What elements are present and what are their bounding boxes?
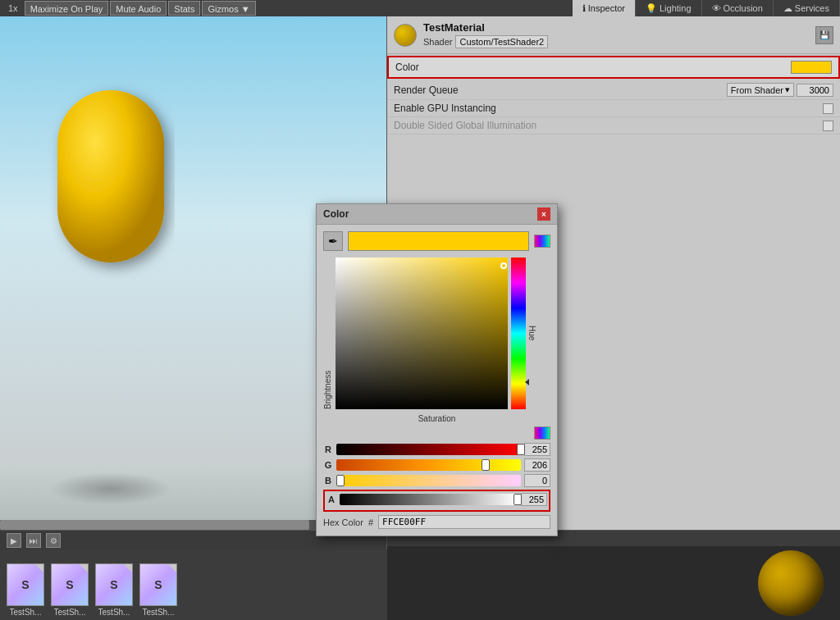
asset-icon-label: S — [66, 578, 73, 591]
preview-sphere — [758, 550, 824, 616]
scene-object-capsule — [33, 57, 197, 287]
a-channel-row: A — [326, 493, 547, 506]
shader-value[interactable]: Custom/TestShader2 — [455, 35, 548, 48]
dropdown-arrow-icon: ▾ — [785, 84, 790, 95]
material-header: TestMaterial Shader Custom/TestShader2 💾 — [387, 16, 840, 54]
hex-row: Hex Color # — [323, 515, 550, 529]
list-item[interactable]: S TestSh... — [139, 563, 177, 617]
a-label: A — [326, 495, 336, 504]
hex-hash: # — [368, 517, 373, 527]
asset-icon-label: S — [110, 578, 117, 591]
material-info: TestMaterial Shader Custom/TestShader2 — [423, 21, 809, 48]
b-track — [336, 475, 521, 486]
a-value-input[interactable] — [521, 493, 547, 506]
maximize-on-play-button[interactable]: Maximize On Play — [25, 1, 109, 16]
color-preview-row: ✒ — [323, 231, 550, 251]
tab-occlusion[interactable]: 👁 Occlusion — [702, 0, 774, 16]
picker-cursor — [500, 262, 507, 269]
hue-label: Hue — [527, 258, 536, 409]
asset-name: TestSh... — [98, 608, 130, 617]
list-item[interactable]: S TestSh... — [95, 563, 133, 617]
color-swatch[interactable] — [791, 61, 832, 74]
asset-name: TestSh... — [54, 608, 86, 617]
zoom-level: 1x — [3, 3, 23, 13]
list-item[interactable]: S TestSh... — [51, 563, 89, 617]
inspector-icon: ℹ — [582, 3, 586, 14]
gizmos-button[interactable]: Gizmos ▼ — [202, 1, 255, 16]
hue-arrow-indicator — [525, 379, 529, 385]
tab-lighting[interactable]: 💡 Lighting — [636, 0, 702, 16]
r-value-input[interactable] — [524, 443, 550, 456]
play-button[interactable]: ▶ — [7, 533, 21, 548]
material-name: TestMaterial — [423, 21, 809, 34]
render-queue-row: Render Queue From Shader ▾ 3000 — [387, 80, 840, 100]
b-channel-row: B — [323, 474, 550, 487]
hdr-icon-2[interactable] — [534, 426, 550, 440]
asset-icon: S — [7, 563, 44, 606]
asset-name: TestSh... — [143, 608, 175, 617]
asset-icon-label: S — [21, 578, 29, 591]
dialog-titlebar: Color × — [317, 204, 557, 225]
render-queue-dropdown[interactable]: From Shader ▾ — [727, 83, 794, 97]
list-item[interactable]: S TestSh... — [7, 563, 44, 617]
asset-name: TestSh... — [10, 608, 42, 617]
bottom-area: ▶ ⏭ ⚙ S TestSh... S TestSh... S TestSh..… — [0, 530, 840, 620]
r-label: R — [323, 444, 333, 454]
gradient-square[interactable] — [336, 258, 508, 409]
lighting-icon: 💡 — [646, 3, 657, 14]
capsule-shadow — [49, 472, 172, 505]
gradient-picker-area: Brightness Hue — [323, 258, 550, 409]
gpu-instancing-row: Enable GPU Instancing — [387, 100, 840, 117]
tab-services[interactable]: ☁ Services — [774, 0, 840, 16]
asset-icon: S — [139, 563, 177, 606]
r-slider[interactable] — [336, 444, 521, 455]
asset-icon: S — [95, 563, 133, 606]
step-button[interactable]: ⏭ — [26, 533, 41, 548]
asset-icon-label: S — [154, 578, 162, 591]
hex-input[interactable] — [378, 515, 550, 529]
scene-scrollbar-thumb[interactable] — [0, 520, 309, 530]
asset-icon: S — [51, 563, 89, 606]
color-preview-bar — [348, 231, 529, 251]
tab-inspector-label: Inspector — [588, 3, 625, 13]
dialog-close-button[interactable]: × — [537, 207, 550, 221]
top-bar: 1x Maximize On Play Mute Audio Stats Giz… — [0, 0, 840, 16]
double-sided-row: Double Sided Global Illumination — [387, 117, 840, 134]
double-sided-checkbox[interactable] — [823, 121, 833, 131]
shader-row: Shader Custom/TestShader2 — [423, 35, 809, 48]
inspector-tabs: ℹ Inspector 💡 Lighting 👁 Occlusion ☁ Ser… — [573, 0, 840, 16]
dialog-title: Color — [323, 208, 349, 220]
g-value-input[interactable] — [524, 458, 550, 472]
gpu-instancing-label: Enable GPU Instancing — [394, 103, 823, 114]
eyedropper-button[interactable]: ✒ — [323, 231, 343, 251]
mute-audio-button[interactable]: Mute Audio — [110, 1, 167, 16]
g-slider[interactable] — [336, 459, 521, 471]
g-track — [336, 459, 521, 471]
render-queue-number[interactable]: 3000 — [797, 84, 833, 97]
color-label: Color — [395, 62, 791, 73]
services-icon: ☁ — [783, 3, 792, 14]
a-slider[interactable] — [340, 494, 518, 505]
hdr-icon[interactable] — [534, 235, 550, 248]
color-property-row: Color — [387, 56, 840, 79]
stats-button[interactable]: Stats — [168, 1, 200, 16]
gradient-square-wrap[interactable] — [336, 258, 508, 409]
b-label: B — [323, 476, 333, 486]
double-sided-label: Double Sided Global Illumination — [394, 120, 823, 131]
shader-label: Shader — [423, 37, 452, 47]
b-slider[interactable] — [336, 475, 521, 486]
pause-button[interactable]: ⚙ — [46, 533, 61, 548]
b-value-input[interactable] — [524, 474, 550, 487]
gpu-instancing-checkbox[interactable] — [823, 103, 833, 114]
dialog-body: ✒ Brightness Hue Saturation — [317, 225, 557, 536]
a-track — [340, 494, 518, 505]
material-save-button[interactable]: 💾 — [815, 26, 833, 44]
hue-strip[interactable] — [511, 258, 526, 409]
alpha-row-highlighted: A — [323, 490, 550, 512]
render-queue-value: From Shader — [731, 85, 783, 95]
color-picker-dialog: Color × ✒ Brightness Hue Saturati — [316, 203, 558, 536]
tab-occlusion-label: Occlusion — [724, 3, 763, 13]
asset-row: S TestSh... S TestSh... S TestSh... S Te… — [0, 549, 387, 620]
tab-services-label: Services — [795, 3, 829, 13]
tab-inspector[interactable]: ℹ Inspector — [573, 0, 636, 16]
